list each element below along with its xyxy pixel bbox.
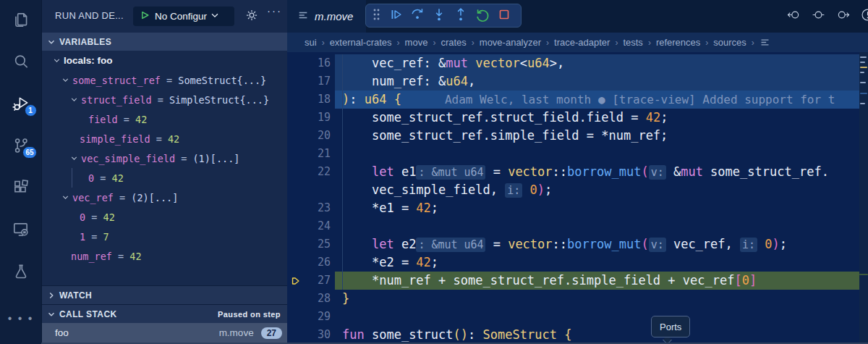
step-over-button[interactable] <box>407 7 428 25</box>
variable-row-simple_field[interactable]: simple_field = 42 <box>42 129 288 148</box>
activity-extensions[interactable] <box>9 178 33 197</box>
chevron-down-icon[interactable] <box>69 154 79 163</box>
code-text[interactable]: *e1 = 42; <box>342 199 438 217</box>
line-number[interactable]: 27 <box>303 272 331 290</box>
call-stack-frame[interactable]: foo m.move 27 <box>42 323 288 343</box>
line-number[interactable]: 25 <box>303 235 331 253</box>
line-number[interactable]: 17 <box>303 72 331 91</box>
step-into-button[interactable] <box>428 7 450 25</box>
activity-more-actions[interactable]: • • • <box>0 312 41 325</box>
variable-row-locals[interactable]: locals: foo <box>42 51 288 70</box>
code-text[interactable]: let e1: &mut u64 = vector::borrow_mut(v:… <box>342 163 829 181</box>
breadcrumb-move[interactable]: move <box>405 37 428 48</box>
variable-row-num_ref[interactable]: num_ref = 42 <box>42 246 288 266</box>
activity-remote-explorer[interactable] <box>9 220 33 239</box>
line-number[interactable]: 21 <box>303 145 331 163</box>
activity-run-and-debug[interactable]: 1 <box>9 94 33 113</box>
line-number[interactable]: 18 <box>303 91 331 109</box>
line-number[interactable] <box>303 181 331 199</box>
breakpoint-slot[interactable] <box>287 54 303 72</box>
breakpoint-slot[interactable] <box>287 72 303 91</box>
start-debug-icon[interactable] <box>139 9 150 24</box>
line-number[interactable]: 26 <box>303 253 331 272</box>
run-action-button[interactable] <box>860 7 868 25</box>
code-text[interactable]: some_struct_ref.struct_field.field = 42; <box>342 109 668 127</box>
breakpoint-slot[interactable] <box>287 145 303 163</box>
breadcrumb-separator: › <box>705 38 708 48</box>
variable-row-1[interactable]: 1 = 7 <box>42 227 288 246</box>
breadcrumb-crates[interactable]: crates <box>441 37 466 48</box>
breakpoint-slot[interactable] <box>287 217 303 235</box>
code-text[interactable]: let e2: &mut u64 = vector::borrow_mut(v:… <box>342 235 787 253</box>
activity-source-control[interactable]: 65 <box>9 136 33 155</box>
code-text[interactable]: *num_ref + some_struct_ref.simple_field … <box>342 272 757 290</box>
code-text[interactable]: *e2 = 42; <box>342 253 438 272</box>
stop-button[interactable] <box>493 7 515 25</box>
variable-row-struct_field[interactable]: struct_field = SimpleStruct{...} <box>42 90 288 109</box>
restart-button[interactable] <box>472 7 493 25</box>
code-text[interactable]: vec_simple_field, i: 0); <box>342 181 552 199</box>
variables-section-header[interactable]: VARIABLES <box>42 33 287 51</box>
breadcrumb-move-analyzer[interactable]: move-analyzer <box>480 37 541 48</box>
line-number[interactable]: 28 <box>303 290 331 308</box>
activity-explorer[interactable] <box>9 10 33 29</box>
breadcrumb-tests[interactable]: tests <box>623 37 642 48</box>
line-number[interactable]: 22 <box>303 163 331 181</box>
breadcrumb-sui[interactable]: sui <box>305 37 317 48</box>
chevron-down-icon[interactable] <box>52 56 61 65</box>
breakpoint-slot[interactable] <box>287 163 303 181</box>
breakpoint-slot[interactable] <box>287 326 303 344</box>
breakpoint-slot[interactable] <box>287 109 303 127</box>
line-number[interactable]: 20 <box>303 127 331 145</box>
breakpoint-slot[interactable] <box>287 199 303 217</box>
activity-search[interactable] <box>9 52 33 71</box>
code-text[interactable]: some_struct_ref.simple_field = *num_ref; <box>342 127 668 145</box>
breadcrumb-references[interactable]: references <box>656 37 700 48</box>
reference-next-button[interactable] <box>835 7 851 25</box>
sidebar-more-actions[interactable]: ··· <box>267 4 282 17</box>
code-text[interactable]: ): u64 {Adam Welc, last month ● [trace-v… <box>342 91 835 109</box>
call-stack-section-header[interactable]: CALL STACK Paused on step <box>42 304 288 323</box>
variable-row-vec_simple_field[interactable]: vec_simple_field = (1)[...] <box>42 148 288 168</box>
breakpoint-slot[interactable] <box>287 127 303 145</box>
line-number[interactable]: 30 <box>303 326 331 344</box>
variable-row-field[interactable]: field = 42 <box>42 109 288 129</box>
line-number[interactable]: 19 <box>303 109 331 127</box>
watch-section-header[interactable]: WATCH <box>42 285 288 304</box>
breadcrumb-sources[interactable]: sources <box>713 37 746 48</box>
chevron-down-icon[interactable] <box>61 193 70 202</box>
chevron-down-icon[interactable] <box>61 75 70 85</box>
line-number[interactable]: 29 <box>303 308 331 326</box>
code-text[interactable]: } <box>342 290 349 308</box>
step-out-button[interactable] <box>450 7 472 25</box>
reference-current-button[interactable] <box>811 7 826 25</box>
debug-stackframe-arrow-icon[interactable] <box>287 272 303 290</box>
activity-testing[interactable] <box>9 262 33 281</box>
breakpoint-slot[interactable] <box>287 181 303 199</box>
variable-row-some_struct_ref[interactable]: some_struct_ref = SomeStruct{...} <box>42 70 288 90</box>
continue-button[interactable] <box>385 7 407 25</box>
code-text[interactable]: fun some_struct(): SomeStruct { <box>342 326 571 344</box>
breadcrumb-external-crates[interactable]: external-crates <box>330 37 392 48</box>
variable-row-0[interactable]: 0 = 42 <box>42 168 288 188</box>
breakpoint-slot[interactable] <box>287 308 303 326</box>
breadcrumb-trace-adapter[interactable]: trace-adapter <box>554 37 610 48</box>
variable-row-0[interactable]: 0 = 42 <box>42 207 288 227</box>
breakpoint-slot[interactable] <box>287 290 303 308</box>
breakpoint-slot[interactable] <box>287 253 303 272</box>
line-number[interactable]: 23 <box>303 199 331 217</box>
code-text[interactable]: num_ref: &u64, <box>342 72 475 91</box>
code-text[interactable]: vec_ref: &mut vector<u64>, <box>342 54 564 72</box>
tab-m-move[interactable]: m.move <box>287 0 366 33</box>
toolbar-drag-handle[interactable] <box>372 7 385 25</box>
line-number[interactable]: 16 <box>303 54 331 72</box>
minimap[interactable] <box>859 52 868 344</box>
reference-previous-button[interactable] <box>786 7 801 25</box>
breakpoint-slot[interactable] <box>287 91 303 109</box>
gear-icon[interactable] <box>244 8 259 25</box>
breakpoint-slot[interactable] <box>287 235 303 253</box>
debug-config-dropdown[interactable]: No Configur <box>133 7 234 26</box>
line-number[interactable]: 24 <box>303 217 331 235</box>
chevron-down-icon[interactable] <box>69 95 79 104</box>
variable-row-vec_ref[interactable]: vec_ref = (2)[...] <box>42 188 288 207</box>
